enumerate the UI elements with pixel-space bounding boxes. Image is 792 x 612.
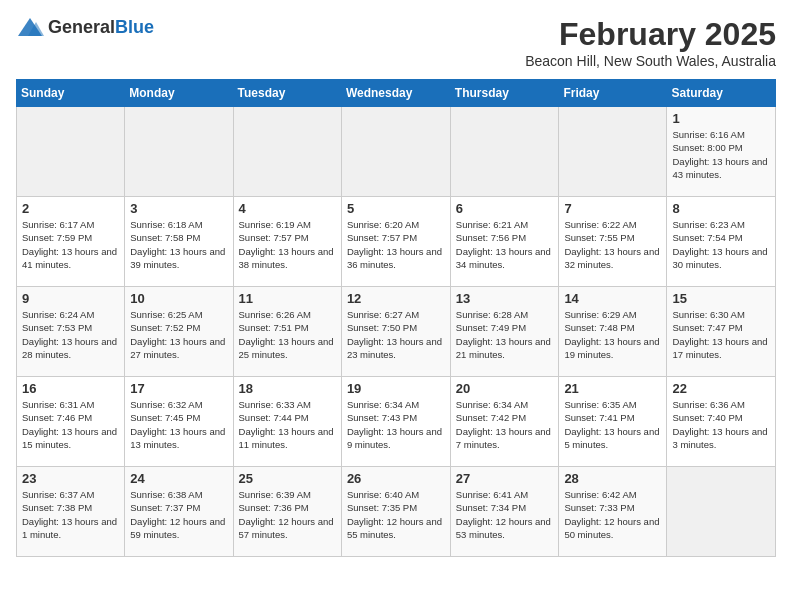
calendar-cell xyxy=(450,107,559,197)
calendar-cell: 9Sunrise: 6:24 AM Sunset: 7:53 PM Daylig… xyxy=(17,287,125,377)
day-number: 21 xyxy=(564,381,661,396)
title-area: February 2025 Beacon Hill, New South Wal… xyxy=(525,16,776,69)
day-info: Sunrise: 6:39 AM Sunset: 7:36 PM Dayligh… xyxy=(239,488,336,541)
day-info: Sunrise: 6:23 AM Sunset: 7:54 PM Dayligh… xyxy=(672,218,770,271)
day-number: 1 xyxy=(672,111,770,126)
day-info: Sunrise: 6:40 AM Sunset: 7:35 PM Dayligh… xyxy=(347,488,445,541)
calendar-cell xyxy=(17,107,125,197)
day-number: 27 xyxy=(456,471,554,486)
day-number: 14 xyxy=(564,291,661,306)
calendar-cell: 21Sunrise: 6:35 AM Sunset: 7:41 PM Dayli… xyxy=(559,377,667,467)
day-info: Sunrise: 6:16 AM Sunset: 8:00 PM Dayligh… xyxy=(672,128,770,181)
day-info: Sunrise: 6:41 AM Sunset: 7:34 PM Dayligh… xyxy=(456,488,554,541)
calendar-cell: 7Sunrise: 6:22 AM Sunset: 7:55 PM Daylig… xyxy=(559,197,667,287)
day-info: Sunrise: 6:35 AM Sunset: 7:41 PM Dayligh… xyxy=(564,398,661,451)
day-info: Sunrise: 6:18 AM Sunset: 7:58 PM Dayligh… xyxy=(130,218,227,271)
logo-text-blue: Blue xyxy=(115,17,154,37)
day-info: Sunrise: 6:37 AM Sunset: 7:38 PM Dayligh… xyxy=(22,488,119,541)
logo-icon xyxy=(16,16,44,38)
day-number: 22 xyxy=(672,381,770,396)
day-number: 24 xyxy=(130,471,227,486)
day-number: 5 xyxy=(347,201,445,216)
day-info: Sunrise: 6:24 AM Sunset: 7:53 PM Dayligh… xyxy=(22,308,119,361)
day-number: 20 xyxy=(456,381,554,396)
day-number: 13 xyxy=(456,291,554,306)
location-subtitle: Beacon Hill, New South Wales, Australia xyxy=(525,53,776,69)
day-info: Sunrise: 6:32 AM Sunset: 7:45 PM Dayligh… xyxy=(130,398,227,451)
calendar-header-row: SundayMondayTuesdayWednesdayThursdayFrid… xyxy=(17,80,776,107)
calendar-week-1: 1Sunrise: 6:16 AM Sunset: 8:00 PM Daylig… xyxy=(17,107,776,197)
day-number: 26 xyxy=(347,471,445,486)
day-info: Sunrise: 6:25 AM Sunset: 7:52 PM Dayligh… xyxy=(130,308,227,361)
calendar-cell: 24Sunrise: 6:38 AM Sunset: 7:37 PM Dayli… xyxy=(125,467,233,557)
calendar-week-4: 16Sunrise: 6:31 AM Sunset: 7:46 PM Dayli… xyxy=(17,377,776,467)
day-number: 9 xyxy=(22,291,119,306)
calendar-week-5: 23Sunrise: 6:37 AM Sunset: 7:38 PM Dayli… xyxy=(17,467,776,557)
day-number: 15 xyxy=(672,291,770,306)
day-number: 18 xyxy=(239,381,336,396)
day-number: 8 xyxy=(672,201,770,216)
calendar-cell: 20Sunrise: 6:34 AM Sunset: 7:42 PM Dayli… xyxy=(450,377,559,467)
calendar-cell: 23Sunrise: 6:37 AM Sunset: 7:38 PM Dayli… xyxy=(17,467,125,557)
calendar-cell: 19Sunrise: 6:34 AM Sunset: 7:43 PM Dayli… xyxy=(341,377,450,467)
day-info: Sunrise: 6:34 AM Sunset: 7:42 PM Dayligh… xyxy=(456,398,554,451)
day-number: 6 xyxy=(456,201,554,216)
day-number: 2 xyxy=(22,201,119,216)
day-info: Sunrise: 6:26 AM Sunset: 7:51 PM Dayligh… xyxy=(239,308,336,361)
day-number: 19 xyxy=(347,381,445,396)
day-info: Sunrise: 6:21 AM Sunset: 7:56 PM Dayligh… xyxy=(456,218,554,271)
day-info: Sunrise: 6:20 AM Sunset: 7:57 PM Dayligh… xyxy=(347,218,445,271)
day-number: 10 xyxy=(130,291,227,306)
day-number: 7 xyxy=(564,201,661,216)
month-title: February 2025 xyxy=(525,16,776,53)
calendar-cell: 14Sunrise: 6:29 AM Sunset: 7:48 PM Dayli… xyxy=(559,287,667,377)
day-number: 17 xyxy=(130,381,227,396)
calendar-cell: 5Sunrise: 6:20 AM Sunset: 7:57 PM Daylig… xyxy=(341,197,450,287)
day-number: 28 xyxy=(564,471,661,486)
header-day-wednesday: Wednesday xyxy=(341,80,450,107)
day-number: 4 xyxy=(239,201,336,216)
calendar-cell xyxy=(125,107,233,197)
calendar-cell: 1Sunrise: 6:16 AM Sunset: 8:00 PM Daylig… xyxy=(667,107,776,197)
day-info: Sunrise: 6:22 AM Sunset: 7:55 PM Dayligh… xyxy=(564,218,661,271)
day-number: 12 xyxy=(347,291,445,306)
calendar-cell xyxy=(667,467,776,557)
header-day-tuesday: Tuesday xyxy=(233,80,341,107)
calendar-cell: 13Sunrise: 6:28 AM Sunset: 7:49 PM Dayli… xyxy=(450,287,559,377)
day-info: Sunrise: 6:28 AM Sunset: 7:49 PM Dayligh… xyxy=(456,308,554,361)
calendar-cell: 10Sunrise: 6:25 AM Sunset: 7:52 PM Dayli… xyxy=(125,287,233,377)
day-info: Sunrise: 6:38 AM Sunset: 7:37 PM Dayligh… xyxy=(130,488,227,541)
logo-text-general: General xyxy=(48,17,115,37)
calendar-cell: 12Sunrise: 6:27 AM Sunset: 7:50 PM Dayli… xyxy=(341,287,450,377)
day-number: 25 xyxy=(239,471,336,486)
calendar-cell: 4Sunrise: 6:19 AM Sunset: 7:57 PM Daylig… xyxy=(233,197,341,287)
calendar-cell: 3Sunrise: 6:18 AM Sunset: 7:58 PM Daylig… xyxy=(125,197,233,287)
day-number: 3 xyxy=(130,201,227,216)
calendar-cell: 16Sunrise: 6:31 AM Sunset: 7:46 PM Dayli… xyxy=(17,377,125,467)
calendar-cell xyxy=(341,107,450,197)
calendar-cell: 2Sunrise: 6:17 AM Sunset: 7:59 PM Daylig… xyxy=(17,197,125,287)
calendar-cell: 28Sunrise: 6:42 AM Sunset: 7:33 PM Dayli… xyxy=(559,467,667,557)
day-info: Sunrise: 6:19 AM Sunset: 7:57 PM Dayligh… xyxy=(239,218,336,271)
calendar-cell xyxy=(233,107,341,197)
calendar-cell: 6Sunrise: 6:21 AM Sunset: 7:56 PM Daylig… xyxy=(450,197,559,287)
header-day-friday: Friday xyxy=(559,80,667,107)
header-day-thursday: Thursday xyxy=(450,80,559,107)
header-day-saturday: Saturday xyxy=(667,80,776,107)
calendar-cell: 26Sunrise: 6:40 AM Sunset: 7:35 PM Dayli… xyxy=(341,467,450,557)
day-info: Sunrise: 6:33 AM Sunset: 7:44 PM Dayligh… xyxy=(239,398,336,451)
day-info: Sunrise: 6:31 AM Sunset: 7:46 PM Dayligh… xyxy=(22,398,119,451)
day-info: Sunrise: 6:27 AM Sunset: 7:50 PM Dayligh… xyxy=(347,308,445,361)
calendar-cell: 8Sunrise: 6:23 AM Sunset: 7:54 PM Daylig… xyxy=(667,197,776,287)
calendar-week-2: 2Sunrise: 6:17 AM Sunset: 7:59 PM Daylig… xyxy=(17,197,776,287)
day-info: Sunrise: 6:34 AM Sunset: 7:43 PM Dayligh… xyxy=(347,398,445,451)
calendar-cell: 18Sunrise: 6:33 AM Sunset: 7:44 PM Dayli… xyxy=(233,377,341,467)
header-day-monday: Monday xyxy=(125,80,233,107)
day-info: Sunrise: 6:30 AM Sunset: 7:47 PM Dayligh… xyxy=(672,308,770,361)
calendar-cell: 15Sunrise: 6:30 AM Sunset: 7:47 PM Dayli… xyxy=(667,287,776,377)
day-number: 16 xyxy=(22,381,119,396)
header-day-sunday: Sunday xyxy=(17,80,125,107)
calendar-cell: 25Sunrise: 6:39 AM Sunset: 7:36 PM Dayli… xyxy=(233,467,341,557)
page-header: GeneralBlue February 2025 Beacon Hill, N… xyxy=(16,16,776,69)
day-number: 11 xyxy=(239,291,336,306)
